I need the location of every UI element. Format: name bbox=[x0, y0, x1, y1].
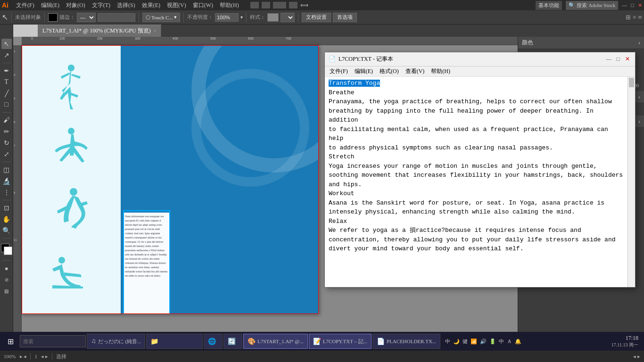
taskbar-notepad[interactable]: 📝 L7COPY.TXT – 記... bbox=[309, 334, 372, 349]
touch-button[interactable]: Touch C... ▾ bbox=[142, 13, 180, 22]
poster-text-box[interactable]: Num doloreetum ven esequam ver suscipist… bbox=[123, 213, 170, 314]
touch-dropdown-arrow[interactable]: ▾ bbox=[174, 14, 177, 20]
opacity-input[interactable] bbox=[215, 13, 239, 22]
notepad-maximize-btn[interactable]: □ bbox=[614, 56, 622, 63]
zoom-controls[interactable]: ▸ ◂ bbox=[20, 354, 27, 360]
sys-icon-health[interactable]: 健 bbox=[462, 338, 468, 345]
np-menu-format[interactable]: 格式(O) bbox=[377, 66, 402, 76]
pencil-tool[interactable]: ✏ bbox=[1, 126, 12, 137]
arrange-icon[interactable]: ⟺ bbox=[300, 2, 308, 9]
sys-icon-speaker[interactable]: 🔊 bbox=[480, 338, 487, 345]
menu-icon-2[interactable] bbox=[262, 2, 270, 8]
scale-tool[interactable]: ⤢ bbox=[1, 149, 12, 159]
taskbar-illustrator[interactable]: 🎨 L7START_1.AI* @... bbox=[243, 334, 308, 349]
opacity-dropdown-arrow[interactable]: ▾ bbox=[240, 15, 243, 20]
artboard[interactable]: Num doloreetum ven esequam ver suscipist… bbox=[22, 45, 319, 314]
sys-icon-ime[interactable]: 中 bbox=[499, 338, 504, 345]
restore-btn[interactable]: □ bbox=[631, 2, 634, 8]
menu-file[interactable]: 文件(F) bbox=[13, 0, 37, 10]
np-menu-help[interactable]: 帮助(H) bbox=[428, 66, 453, 76]
zoom-tool[interactable]: 🔍 bbox=[1, 225, 12, 236]
style-dropdown[interactable] bbox=[281, 13, 295, 22]
style-box[interactable] bbox=[267, 13, 279, 22]
no-fill-icon[interactable]: ⊘ bbox=[1, 274, 12, 285]
hand-tool[interactable]: ✋ bbox=[1, 214, 12, 224]
notepad-content[interactable]: Transform Yoga Breathe Pranayama, the yo… bbox=[325, 77, 627, 287]
page-number: 1 bbox=[34, 354, 37, 359]
scrollbar-thumb[interactable] bbox=[629, 78, 634, 87]
line-tool[interactable]: ╱ bbox=[1, 88, 12, 99]
basic-function-dropdown[interactable]: 基本功能 bbox=[536, 1, 562, 10]
align-icon[interactable]: ⊞ bbox=[626, 14, 631, 21]
stroke-value-input[interactable] bbox=[98, 13, 135, 22]
menu-edit[interactable]: 编辑(E) bbox=[38, 0, 62, 10]
taskbar-ie[interactable]: 🌐 bbox=[204, 334, 223, 349]
paintbrush-tool[interactable]: 🖌 bbox=[1, 115, 12, 125]
notepad-close-btn[interactable]: ✕ bbox=[624, 56, 631, 63]
preferences-btn[interactable]: 首选项 bbox=[333, 13, 357, 22]
document-tab[interactable]: L7START_1.AI* @ 100% (CMYK/GPU 预览) × bbox=[38, 25, 161, 37]
tool-divider-6 bbox=[2, 260, 11, 261]
poster-left-panel bbox=[22, 45, 121, 314]
np-menu-view[interactable]: 查看(V) bbox=[403, 66, 428, 76]
taskbar-refresh[interactable]: 🔄 bbox=[223, 334, 242, 349]
background-color[interactable] bbox=[4, 247, 12, 255]
more-options-icon[interactable]: ≡ bbox=[638, 13, 642, 22]
arrow-tool-icon[interactable]: ↖ bbox=[2, 13, 8, 22]
taskbar-placeholder[interactable]: 📄 PLACEHOLDER.TX... bbox=[372, 334, 440, 349]
sys-icon-battery[interactable]: 🔋 bbox=[489, 338, 496, 345]
menu-object[interactable]: 对象(O) bbox=[63, 0, 88, 10]
menu-icon-1[interactable] bbox=[250, 2, 259, 8]
rotate-tool[interactable]: ↻ bbox=[1, 138, 12, 148]
sys-icon-ime2[interactable]: Ａ bbox=[507, 338, 512, 345]
artboard-tool[interactable]: ⊡ bbox=[1, 203, 12, 213]
tool-divider-1 bbox=[2, 63, 11, 63]
gradient-box-icon[interactable]: ▨ bbox=[1, 286, 12, 296]
stroke-label: 描边： bbox=[59, 14, 75, 21]
pen-tool[interactable]: ✒ bbox=[1, 66, 12, 76]
rect-tool[interactable]: □ bbox=[1, 99, 12, 110]
doc-tab-close[interactable]: × bbox=[154, 28, 157, 33]
start-button[interactable]: ⊞ bbox=[2, 333, 19, 350]
menu-effect[interactable]: 效果(E) bbox=[139, 0, 163, 10]
sys-icon-moon[interactable]: 🌙 bbox=[453, 338, 460, 345]
color-panel-header[interactable]: 颜色 › bbox=[518, 37, 644, 49]
adobe-stock-search[interactable]: 🔍 搜索 Adobe Stock bbox=[566, 1, 618, 10]
sys-icon-wifi[interactable]: 📶 bbox=[471, 338, 477, 345]
close-btn[interactable]: ✕ bbox=[638, 2, 642, 8]
select-tool[interactable]: ↖ bbox=[1, 39, 12, 49]
menu-help[interactable]: 帮助(H) bbox=[217, 0, 242, 10]
menu-icon-3[interactable] bbox=[273, 2, 286, 8]
arrange-icon-2[interactable]: ≡ bbox=[633, 14, 636, 21]
taskbar-music-app[interactable]: ♫ だっだのに (純音... bbox=[87, 334, 145, 349]
notepad-titlebar[interactable]: 📄 L7COPY.TXT - 记事本 — □ ✕ bbox=[325, 52, 635, 66]
menu-window[interactable]: 窗口(W) bbox=[190, 0, 216, 10]
fill-color-box[interactable] bbox=[48, 13, 58, 22]
minimize-btn[interactable]: — bbox=[622, 2, 627, 8]
gradient-tool[interactable]: ◫ bbox=[1, 165, 12, 175]
notepad-minimize-btn[interactable]: — bbox=[605, 56, 612, 63]
menu-text[interactable]: 文字(T) bbox=[89, 0, 113, 10]
page-controls[interactable]: ◂ ▸ bbox=[41, 354, 48, 360]
stroke-dropdown[interactable]: — bbox=[77, 13, 96, 22]
status-right-arrows[interactable]: ◂ ▸ bbox=[633, 354, 640, 360]
np-menu-file[interactable]: 文件(F) bbox=[327, 66, 351, 76]
doc-settings-btn[interactable]: 文档设置 bbox=[302, 13, 331, 22]
direct-select-tool[interactable]: ↗ bbox=[1, 50, 12, 60]
status-bar: 100% ▸ ◂ 1 ◂ ▸ 选择 ◂ ▸ bbox=[0, 351, 644, 362]
sys-icon-chinese[interactable]: 中 bbox=[445, 338, 450, 345]
fill-box-icon[interactable]: ■ bbox=[1, 263, 12, 273]
menu-icon-4[interactable] bbox=[289, 2, 297, 8]
sys-icon-notification[interactable]: 🔔 bbox=[515, 338, 521, 345]
taskbar-explorer[interactable]: 📁 bbox=[146, 334, 203, 349]
np-menu-edit[interactable]: 编辑(E) bbox=[352, 66, 376, 76]
color-selector[interactable] bbox=[0, 244, 13, 258]
blend-tool[interactable]: ⋮ bbox=[1, 187, 12, 197]
taskbar-search[interactable] bbox=[20, 335, 86, 347]
type-tool[interactable]: T bbox=[1, 77, 12, 87]
menu-select[interactable]: 选择(S) bbox=[114, 0, 138, 10]
doc-tab-bar: L7START_1.AI* @ 100% (CMYK/GPU 预览) × bbox=[38, 25, 644, 37]
notepad-scrollbar[interactable] bbox=[627, 77, 635, 287]
menu-view[interactable]: 视图(V) bbox=[164, 0, 189, 10]
eyedropper-tool[interactable]: 🔬 bbox=[1, 176, 12, 186]
